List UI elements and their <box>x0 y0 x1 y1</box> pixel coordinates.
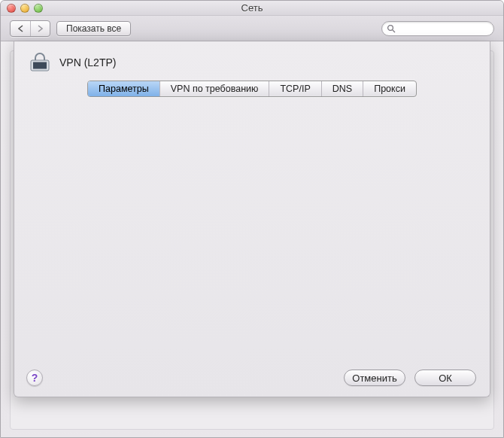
forward-button[interactable] <box>30 21 50 36</box>
close-icon[interactable] <box>7 4 16 13</box>
checkbox[interactable] <box>144 167 154 178</box>
opt-label-before: Отключить при ожидании <box>160 182 276 193</box>
help-button[interactable]: ? <box>26 370 43 386</box>
zoom-icon[interactable] <box>34 4 43 13</box>
opt-label: Отправить весь трафик через VPN <box>160 166 319 178</box>
show-all-button[interactable]: Показать все <box>56 21 131 36</box>
tab-parameters[interactable]: Параметры <box>88 81 159 96</box>
ok-button[interactable]: ОК <box>414 370 476 386</box>
opt-verbose-logging[interactable]: Подробный протокол подключения <box>144 227 466 238</box>
checkbox[interactable] <box>144 182 154 193</box>
tabs: Параметры VPN по требованию TCP/IP DNS П… <box>14 81 490 97</box>
tab-proxies[interactable]: Прокси <box>363 81 416 96</box>
content-area: VPN (L2TP) Параметры VPN по требованию T… <box>1 41 503 438</box>
tab-dns[interactable]: DNS <box>321 81 363 96</box>
back-button[interactable] <box>11 21 30 36</box>
lock-icon <box>28 52 52 73</box>
checkbox[interactable] <box>144 138 154 149</box>
minimize-icon[interactable] <box>20 4 29 13</box>
svg-point-0 <box>388 25 393 30</box>
opt-disconnect-user-switch[interactable]: Отключение при переключении учетной запи… <box>144 138 466 149</box>
traffic-lights <box>7 4 43 13</box>
advanced-heading: Дополнительные параметры: <box>129 211 466 222</box>
opt-disconnect-idle[interactable]: Отключить при ожидании мин. <box>144 181 466 194</box>
session-heading: Параметры сеанса: <box>129 122 466 133</box>
vpn-options-sheet: VPN (L2TP) Параметры VPN по требованию T… <box>14 41 490 397</box>
toolbar: Показать все <box>1 16 503 41</box>
opt-label: Подробный протокол подключения <box>160 227 319 238</box>
tab-tcpip[interactable]: TCP/IP <box>269 81 320 96</box>
checkbox[interactable] <box>144 227 154 238</box>
search-field[interactable] <box>381 21 494 36</box>
search-icon <box>387 24 396 33</box>
idle-minutes-input[interactable] <box>282 181 303 194</box>
opt-disconnect-logout[interactable]: Отключение при выходе пользователя из си… <box>144 152 466 163</box>
svg-rect-3 <box>33 62 47 69</box>
opt-label-after: мин. <box>309 182 329 193</box>
opt-label: Отключение при переключении учетной запи… <box>160 138 441 149</box>
search-input[interactable] <box>399 23 489 34</box>
titlebar: Сеть <box>1 1 503 16</box>
prefs-window: Сеть Показать все <box>0 0 504 438</box>
opt-send-all-traffic[interactable]: Отправить весь трафик через VPN <box>144 166 466 178</box>
checkbox[interactable] <box>144 153 154 163</box>
svg-line-1 <box>393 30 395 32</box>
sheet-title: VPN (L2TP) <box>59 56 116 68</box>
tab-vpn-on-demand[interactable]: VPN по требованию <box>159 81 269 96</box>
cancel-button[interactable]: Отменить <box>344 370 405 386</box>
opt-label: Отключение при выходе пользователя из си… <box>160 152 390 163</box>
nav-segment <box>10 20 50 37</box>
window-title: Сеть <box>1 2 503 14</box>
options-groupbox: Параметры сеанса: Отключение при переклю… <box>24 105 480 361</box>
